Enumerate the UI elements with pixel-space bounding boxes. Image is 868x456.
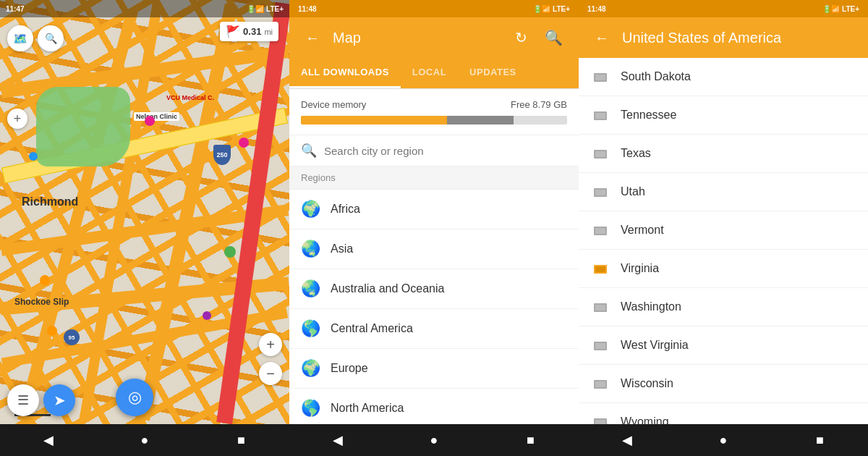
- regions-header: Regions: [289, 166, 579, 190]
- recent-icon-st: ■: [816, 433, 824, 448]
- states-time: 11:48: [587, 5, 606, 13]
- marker-orange-1: [40, 275, 50, 285]
- home-icon-map: ●: [141, 433, 149, 448]
- downloads-refresh-icon[interactable]: ↻: [511, 25, 532, 51]
- downloads-tabs: ALL DOWNLOADS LOCAL UPDATES: [289, 58, 579, 89]
- region-item-central-america[interactable]: 🌎 Central America: [289, 309, 579, 349]
- svg-rect-17: [595, 381, 605, 387]
- shockoe-label: Shockoe Slip: [14, 297, 69, 307]
- state-item-south-dakota[interactable]: South Dakota: [579, 58, 868, 96]
- back-button-st[interactable]: ◀: [613, 426, 642, 455]
- marker-green-1: [224, 246, 236, 258]
- vcu-label: VCU Medical C.: [166, 94, 214, 101]
- downloads-bottom-nav: ◀ ● ■: [289, 424, 579, 456]
- map-time: 11:47: [6, 5, 25, 13]
- state-icon-virginia: [590, 258, 610, 279]
- region-item-europe[interactable]: 🌍 Europe: [289, 349, 579, 389]
- state-item-west-virginia[interactable]: West Virginia: [579, 326, 868, 365]
- gps-fab[interactable]: ◎: [116, 379, 153, 416]
- region-name-europe: Europe: [331, 362, 368, 375]
- states-status-bar: 11:48 🔋📶 LTE+: [579, 0, 868, 17]
- home-button-map[interactable]: ●: [130, 426, 159, 455]
- map-background: Richmond Shockoe Slip Nelson Clinic VCU …: [0, 0, 289, 424]
- add-cross-button[interactable]: +: [7, 109, 27, 129]
- nelson-label: Nelson Clinic: [134, 112, 179, 121]
- downloads-top-bar: ← Map ↻ 🔍: [289, 17, 579, 58]
- state-item-tennessee[interactable]: Tennessee: [579, 96, 868, 135]
- tab-updates[interactable]: UPDATES: [458, 58, 528, 88]
- state-icon-wisconsin: [590, 373, 610, 394]
- globe-icon-north-america: 🌎: [301, 399, 320, 418]
- tab-local[interactable]: LOCAL: [401, 58, 458, 88]
- park-area: [36, 87, 130, 166]
- downloads-back-icon[interactable]: ←: [301, 25, 324, 51]
- state-item-utah[interactable]: Utah: [579, 173, 868, 211]
- home-button-st[interactable]: ●: [709, 426, 738, 455]
- state-item-washington[interactable]: Washington: [579, 288, 868, 326]
- recent-button-dl[interactable]: ■: [516, 426, 545, 455]
- svg-rect-7: [595, 190, 605, 195]
- downloads-search-icon[interactable]: 🔍: [540, 25, 567, 51]
- direction-fab[interactable]: ➤: [43, 384, 75, 416]
- marker-purple-1: [203, 311, 211, 320]
- states-back-icon[interactable]: ←: [590, 25, 613, 51]
- map-bottom-nav: ◀ ● ■: [0, 424, 289, 456]
- distance-unit: mi: [264, 28, 273, 36]
- state-name-texas: Texas: [621, 147, 651, 160]
- region-item-australia[interactable]: 🌏 Australia and Oceania: [289, 269, 579, 309]
- home-icon-dl: ●: [430, 433, 438, 448]
- memory-label: Device memory: [301, 99, 366, 110]
- map-search-button[interactable]: 🔍: [38, 25, 64, 51]
- back-button-dl[interactable]: ◀: [323, 426, 352, 455]
- region-item-africa[interactable]: 🌍 Africa: [289, 190, 579, 229]
- memory-bar-used: [301, 116, 447, 124]
- state-item-virginia[interactable]: Virginia: [579, 250, 868, 288]
- marker-pink-2: [239, 138, 249, 148]
- back-icon-map: ◀: [43, 432, 54, 448]
- state-item-wyoming[interactable]: Wyoming: [579, 403, 868, 424]
- state-list: South Dakota Tennessee Texas Utah: [579, 58, 868, 424]
- downloads-status-bar: 11:48 🔋📶 LTE+: [289, 0, 579, 17]
- map-status-icons: 🔋📶 LTE+: [247, 5, 284, 13]
- map-overlay: Richmond Shockoe Slip Nelson Clinic VCU …: [0, 0, 289, 424]
- state-item-vermont[interactable]: Vermont: [579, 211, 868, 250]
- distance-badge: 🚩 0.31 mi: [220, 22, 278, 41]
- state-name-wyoming: Wyoming: [621, 415, 669, 424]
- state-icon-texas: [590, 143, 610, 164]
- state-icon-tennessee: [590, 105, 610, 125]
- map-panel: 11:47 🔋📶 LTE+ Richmond Shockoe Slip Nels…: [0, 0, 289, 456]
- zoom-in-button[interactable]: +: [259, 333, 282, 356]
- richmond-label: Richmond: [22, 195, 78, 208]
- layers-button[interactable]: 🗺️: [7, 25, 33, 51]
- marker-pink-1: [145, 116, 155, 126]
- search-input[interactable]: [324, 145, 567, 157]
- tab-all-downloads[interactable]: ALL DOWNLOADS: [289, 58, 401, 88]
- region-name-australia: Australia and Oceania: [331, 282, 444, 295]
- state-name-utah: Utah: [621, 185, 645, 198]
- home-icon-st: ●: [720, 433, 728, 448]
- globe-icon-asia: 🌏: [301, 240, 320, 258]
- search-box[interactable]: 🔍: [289, 135, 579, 166]
- globe-icon-australia: 🌏: [301, 279, 320, 298]
- globe-icon-africa: 🌍: [301, 200, 320, 219]
- globe-icon-europe: 🌍: [301, 359, 320, 378]
- back-icon-dl: ◀: [333, 432, 343, 448]
- recent-button-st[interactable]: ■: [805, 426, 834, 455]
- region-item-asia[interactable]: 🌏 Asia: [289, 229, 579, 269]
- state-item-wisconsin[interactable]: Wisconsin: [579, 365, 868, 403]
- marker-blue-1: [29, 152, 38, 161]
- region-item-north-america[interactable]: 🌎 North America: [289, 389, 579, 424]
- recent-button-map[interactable]: ■: [226, 426, 255, 455]
- state-name-south-dakota: South Dakota: [621, 70, 691, 83]
- menu-fab[interactable]: ☰: [7, 384, 39, 416]
- states-panel: 11:48 🔋📶 LTE+ ← United States of America…: [579, 0, 868, 456]
- home-button-dl[interactable]: ●: [420, 426, 448, 455]
- svg-rect-5: [595, 151, 605, 157]
- zoom-out-button[interactable]: −: [259, 362, 282, 385]
- state-item-texas[interactable]: Texas: [579, 135, 868, 173]
- recent-icon-map: ■: [237, 433, 245, 448]
- state-name-virginia: Virginia: [621, 262, 659, 275]
- back-button-map[interactable]: ◀: [34, 426, 63, 455]
- route-badge-250: 250: [213, 145, 231, 165]
- distance-value: 0.31: [243, 26, 261, 37]
